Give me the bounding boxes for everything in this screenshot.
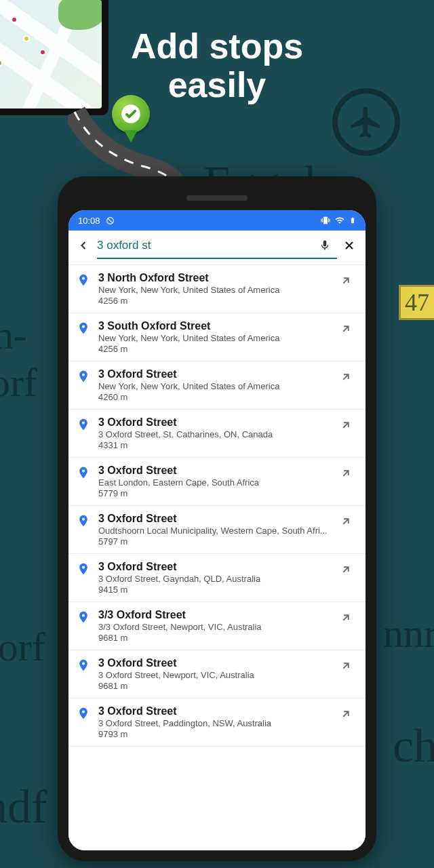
result-row[interactable]: 3 North Oxford StreetNew York, New York,… [68, 265, 366, 313]
bg-text: nnr [383, 610, 434, 657]
no-disturb-icon [106, 216, 115, 225]
result-subtitle: New York, New York, United States of Ame… [98, 333, 333, 343]
battery-icon [349, 216, 356, 225]
result-row[interactable]: 3 Oxford Street3 Oxford Street, Newport,… [68, 650, 366, 698]
location-pin-icon [77, 465, 92, 482]
bg-text: lorf [0, 624, 45, 671]
promo-headline: Add stops easily [0, 27, 434, 104]
result-distance: 5779 m [98, 488, 333, 498]
result-distance: 9681 m [98, 633, 333, 643]
result-subtitle: New York, New York, United States of Ame… [98, 381, 333, 391]
result-row[interactable]: 3 Oxford Street3 Oxford Street, Gayndah,… [68, 554, 366, 602]
location-pin-icon [77, 368, 92, 386]
result-distance: 4256 m [98, 344, 333, 354]
insert-arrow-icon[interactable] [340, 705, 355, 723]
phone-screen: 10:08 3 North Oxford StreetNew York, [68, 210, 366, 850]
result-row[interactable]: 3 South Oxford StreetNew York, New York,… [68, 313, 366, 361]
wifi-icon [334, 216, 345, 225]
location-pin-icon [77, 561, 92, 578]
result-subtitle: Oudtshoorn Local Municipality, Western C… [98, 526, 333, 536]
highway-badge: 47 [399, 285, 434, 320]
insert-arrow-icon[interactable] [340, 368, 355, 386]
status-bar: 10:08 [68, 210, 366, 231]
location-pin-icon [77, 657, 92, 675]
result-title: 3 Oxford Street [98, 705, 333, 717]
result-row[interactable]: 3 Oxford Street3 Oxford Street, Paddingt… [68, 698, 366, 747]
result-distance: 4256 m [98, 296, 333, 306]
result-subtitle: 3/3 Oxford Street, Newport, VIC, Austral… [98, 622, 333, 632]
result-distance: 4260 m [98, 392, 333, 402]
result-row[interactable]: 3 Oxford StreetEast London, Eastern Cape… [68, 458, 366, 506]
insert-arrow-icon[interactable] [340, 416, 355, 434]
insert-arrow-icon[interactable] [340, 561, 355, 578]
bg-text: n- [0, 312, 27, 359]
result-title: 3 Oxford Street [98, 416, 333, 429]
result-distance: 9681 m [98, 681, 333, 691]
result-row[interactable]: 3 Oxford Street3 Oxford Street, St. Cath… [68, 410, 366, 458]
checkmark-pin-icon [112, 95, 150, 133]
result-title: 3 South Oxford Street [98, 320, 333, 332]
mic-button[interactable] [315, 239, 334, 252]
result-distance: 9415 m [98, 585, 333, 595]
result-subtitle: 3 Oxford Street, St. Catharines, ON, Can… [98, 429, 333, 439]
location-pin-icon [77, 513, 92, 530]
result-subtitle: 3 Oxford Street, Paddington, NSW, Austra… [98, 718, 333, 728]
insert-arrow-icon[interactable] [340, 513, 355, 530]
result-distance: 9793 m [98, 729, 333, 739]
location-pin-icon [77, 320, 92, 338]
back-button[interactable] [75, 239, 92, 252]
search-input[interactable] [97, 236, 310, 255]
result-title: 3 Oxford Street [98, 368, 333, 380]
result-subtitle: 3 Oxford Street, Gayndah, QLD, Australia [98, 574, 333, 584]
location-pin-icon [77, 609, 92, 627]
result-row[interactable]: 3/3 Oxford Street3/3 Oxford Street, Newp… [68, 602, 366, 650]
vibrate-icon [321, 216, 330, 225]
location-pin-icon [77, 705, 92, 723]
result-distance: 4331 m [98, 440, 333, 450]
result-title: 3 Oxford Street [98, 657, 333, 669]
location-pin-icon [77, 416, 92, 434]
insert-arrow-icon[interactable] [340, 320, 355, 338]
result-title: 3 Oxford Street [98, 561, 333, 573]
phone-frame: 10:08 3 North Oxford StreetNew York, [58, 176, 376, 861]
result-subtitle: New York, New York, United States of Ame… [98, 285, 333, 295]
bg-text: ch [393, 719, 434, 773]
search-bar [68, 231, 366, 258]
result-title: 3/3 Oxford Street [98, 609, 333, 621]
result-title: 3 North Oxford Street [98, 272, 333, 284]
result-row[interactable]: 3 Oxford StreetOudtshoorn Local Municipa… [68, 506, 366, 554]
result-distance: 5797 m [98, 536, 333, 547]
insert-arrow-icon[interactable] [340, 465, 355, 482]
results-list: 3 North Oxford StreetNew York, New York,… [68, 265, 366, 850]
insert-arrow-icon[interactable] [340, 609, 355, 627]
bg-text: adf [0, 780, 47, 834]
status-time: 10:08 [78, 216, 100, 226]
insert-arrow-icon[interactable] [340, 272, 355, 290]
result-subtitle: East London, Eastern Cape, South Africa [98, 477, 333, 488]
result-title: 3 Oxford Street [98, 465, 333, 477]
bg-text: orf [0, 359, 37, 406]
result-subtitle: 3 Oxford Street, Newport, VIC, Australia [98, 670, 333, 680]
insert-arrow-icon[interactable] [340, 657, 355, 675]
result-title: 3 Oxford Street [98, 513, 333, 525]
result-row[interactable]: 3 Oxford StreetNew York, New York, Unite… [68, 361, 366, 410]
location-pin-icon [77, 272, 92, 290]
close-button[interactable] [340, 239, 359, 252]
